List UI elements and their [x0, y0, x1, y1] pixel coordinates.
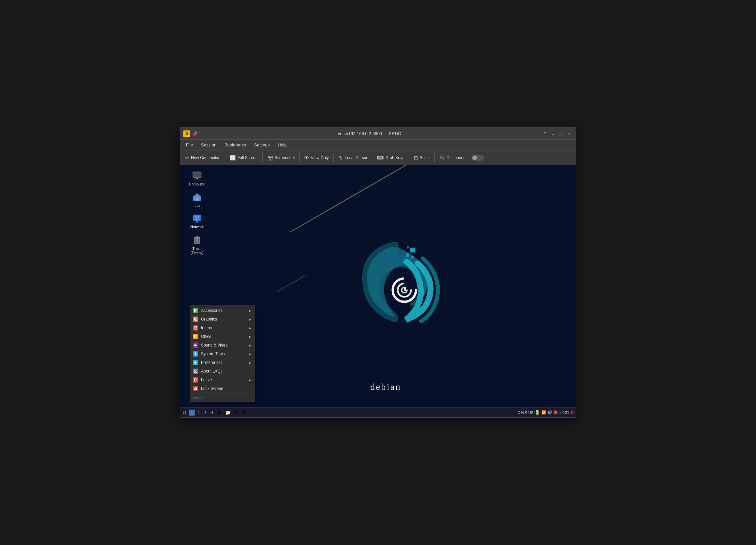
context-menu-accessories[interactable]: Accessories ▶ — [190, 306, 255, 315]
lock-screen-left: Lock Screen — [193, 386, 223, 391]
svg-point-7 — [404, 288, 406, 291]
luca-icon-label: luca — [194, 203, 200, 208]
taskbar-refresh-btn[interactable]: ↺ — [181, 409, 188, 417]
disconnect-toggle[interactable] — [472, 155, 484, 161]
svg-rect-1 — [406, 253, 409, 257]
svg-point-28 — [195, 319, 196, 320]
screenshot-label: Screenshot — [275, 155, 295, 160]
power-icon[interactable]: ⏻ — [571, 410, 575, 415]
scale-button[interactable]: ⊡ Scale — [411, 153, 433, 162]
toolbar-sep-4 — [333, 153, 334, 162]
system-tools-icon — [193, 351, 198, 357]
menu-file[interactable]: File — [183, 141, 196, 149]
menu-bookmarks[interactable]: Bookmarks — [221, 141, 249, 149]
svg-text:i: i — [195, 370, 196, 373]
volume-icon: 🔊 — [547, 410, 552, 415]
local-cursor-button[interactable]: 🖱 Local Cursor — [335, 153, 371, 162]
context-menu-search[interactable]: Search... — [190, 394, 255, 401]
debian-brand-text: debian — [370, 382, 401, 392]
indicator-us: US — [528, 411, 533, 415]
preferences-arrow: ▶ — [249, 361, 251, 365]
lock-screen-label: Lock Screen — [201, 386, 223, 391]
desktop-icon-network[interactable]: Network — [185, 211, 209, 231]
about-lxqt-label: About LXQt — [201, 369, 222, 374]
clock: 22:21 — [559, 410, 569, 415]
full-screen-label: Full Screen — [237, 155, 258, 160]
battery-icon: 🔋 — [535, 410, 540, 415]
office-label: Office — [201, 334, 211, 339]
office-icon — [193, 334, 198, 339]
grab-keys-button[interactable]: ⌨ Grab Keys — [374, 153, 408, 162]
taskbar-app-4[interactable]: ⚙ — [240, 409, 247, 416]
disconnect-button[interactable]: 🔌 Disconnect — [436, 153, 470, 162]
taskbar-app-3[interactable]: ✉ — [232, 409, 239, 416]
local-cursor-icon: 🖱 — [338, 155, 343, 160]
context-menu-preferences[interactable]: Preferences ▶ — [190, 358, 255, 367]
deco-line-1 — [290, 165, 464, 232]
trash-icon-label: Trash (Empty) — [191, 246, 204, 255]
context-menu-leave[interactable]: Leave ▶ — [190, 376, 255, 384]
desktop-icon-computer[interactable]: Computer — [185, 168, 209, 188]
context-menu-graphics[interactable]: Graphics ▶ — [190, 315, 255, 324]
svg-rect-23 — [196, 236, 198, 237]
indicator-s: S — [525, 411, 527, 415]
internet-left: Internet — [193, 325, 215, 331]
vnc-content[interactable]: debian + Computer — [180, 165, 576, 417]
graphics-label: Graphics — [201, 317, 217, 322]
toolbar-sep-3 — [299, 153, 300, 162]
context-menu-system-tools[interactable]: System Tools ▶ — [190, 350, 255, 358]
view-only-button[interactable]: 👁 View Only — [301, 153, 332, 162]
window-title: vnc://192.168.0.2:5900 — KRDC — [198, 131, 541, 136]
workspace-4[interactable]: 4 — [209, 410, 215, 416]
context-menu-sound-video[interactable]: Sound & Video ▶ — [190, 341, 255, 350]
graphics-arrow: ▶ — [249, 318, 251, 321]
about-lxqt-left: i About LXQt — [193, 369, 222, 374]
menu-bar: File Session Bookmarks Settings Help — [180, 140, 576, 150]
desktop-icon-luca[interactable]: luca — [185, 190, 209, 210]
context-menu-about-lxqt[interactable]: i About LXQt — [190, 367, 255, 376]
leave-arrow: ▶ — [249, 378, 251, 382]
office-left: Office — [193, 334, 211, 339]
taskbar-app-2[interactable]: 📁 — [224, 409, 231, 416]
local-cursor-label: Local Cursor — [345, 155, 367, 160]
desktop-icon-trash[interactable]: Trash (Empty) — [185, 233, 209, 257]
menu-session[interactable]: Session — [198, 141, 220, 149]
computer-icon — [192, 170, 202, 181]
toolbar: ✏ New Connection ⬜ Full Screen 📷 Screens… — [180, 150, 576, 165]
workspace-3[interactable]: 3 — [202, 410, 208, 416]
preferences-left: Preferences — [193, 360, 223, 365]
title-btn-minimize[interactable]: — — [557, 130, 565, 137]
accessories-icon — [193, 308, 198, 313]
taskbar-app-1[interactable]: 🖥 — [216, 409, 223, 416]
scale-icon: ⊡ — [414, 155, 418, 160]
grab-keys-icon: ⌨ — [377, 155, 384, 160]
full-screen-button[interactable]: ⬜ Full Screen — [227, 153, 261, 162]
window-controls: ⌃ ⌄ — ✕ — [541, 130, 573, 137]
new-connection-button[interactable]: ✏ New Connection — [182, 153, 224, 162]
leave-left: Leave — [193, 377, 212, 383]
internet-arrow: ▶ — [249, 326, 251, 330]
luca-icon — [192, 192, 202, 202]
screenshot-button[interactable]: 📷 Screenshot — [264, 153, 298, 162]
menu-settings[interactable]: Settings — [251, 141, 273, 149]
title-btn-close[interactable]: ✕ — [565, 130, 573, 137]
context-menu-internet[interactable]: Internet ▶ — [190, 324, 255, 332]
context-menu-lock-screen[interactable]: Lock Screen — [190, 384, 255, 393]
title-btn-fold-up[interactable]: ⌃ — [541, 130, 549, 137]
lock-screen-icon — [193, 386, 198, 391]
notification-icon: 🔴 — [553, 410, 558, 415]
remote-desktop[interactable]: debian + Computer — [180, 165, 576, 417]
title-btn-fold-down[interactable]: ⌄ — [549, 130, 557, 137]
internet-label: Internet — [201, 326, 215, 330]
computer-icon-label: Computer — [189, 182, 205, 186]
workspace-2[interactable]: 2 — [196, 410, 202, 416]
svg-rect-0 — [410, 248, 415, 252]
context-menu-office[interactable]: Office ▶ — [190, 332, 255, 341]
indicator-c: C — [517, 411, 520, 415]
krdc-app-icon: 🖥 — [183, 130, 190, 137]
preferences-icon — [193, 360, 198, 365]
office-arrow: ▶ — [249, 335, 251, 339]
view-only-label: View Only — [311, 155, 329, 160]
menu-help[interactable]: Help — [274, 141, 290, 149]
workspace-1[interactable]: 1 — [189, 410, 195, 416]
